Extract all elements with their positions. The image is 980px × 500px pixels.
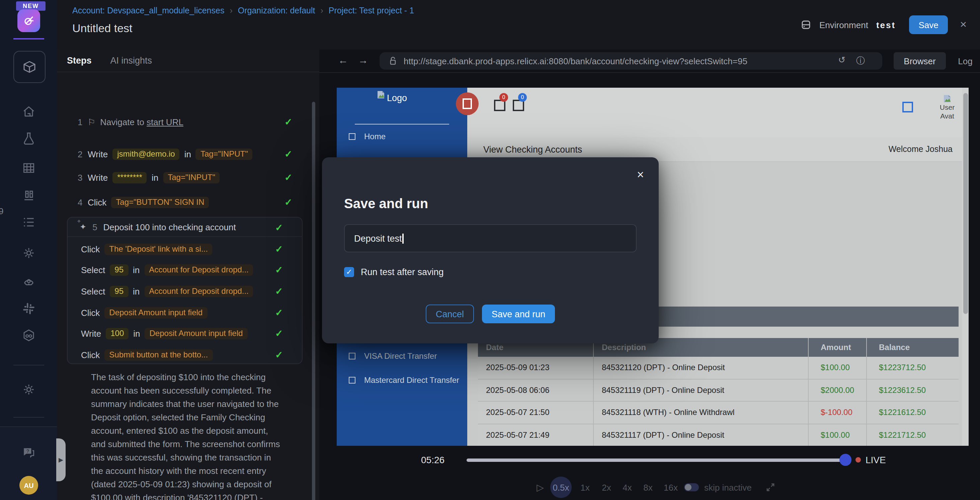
- breadcrumb-account[interactable]: Account: Devspace_all_module_licenses: [72, 6, 224, 15]
- bank-nav-mastercard[interactable]: Mastercard Direct Transfer: [349, 376, 459, 385]
- substep-row[interactable]: Select 95 in Account for Deposit dropd..…: [81, 263, 295, 277]
- substep-row[interactable]: Write 100 in Deposit Amount input field …: [81, 326, 295, 341]
- flask-icon: [21, 131, 36, 146]
- check-icon: ✓: [275, 286, 283, 296]
- breadcrumb-organization[interactable]: Organization: default: [238, 6, 315, 15]
- sidebar-item-slack[interactable]: [19, 299, 38, 318]
- sidebar-divider: [13, 365, 44, 365]
- stop-square-icon: [463, 99, 472, 109]
- bank-nav-home[interactable]: Home: [349, 132, 386, 141]
- url-text[interactable]: http://stage.dbank.prod-apps.relicx.ai:8…: [404, 56, 748, 66]
- speed-1x-button[interactable]: 1x: [577, 478, 593, 497]
- play-button[interactable]: ▷: [533, 478, 547, 497]
- substep-row[interactable]: Click Submit button at the botto... ✓: [81, 347, 295, 362]
- tab-steps[interactable]: Steps: [67, 56, 92, 65]
- top-bar: Account: Devspace_all_module_licenses › …: [57, 0, 980, 50]
- checkbox-outline-icon[interactable]: [902, 102, 913, 113]
- substep-row[interactable]: Select 95 in Account for Deposit dropd..…: [81, 284, 295, 299]
- sidebar-item-tests-active[interactable]: [13, 51, 46, 83]
- step-row-2[interactable]: 2 Write jsmith@demo.io in Tag="INPUT" ✓: [78, 146, 305, 161]
- speed-4x-button[interactable]: 4x: [619, 478, 635, 497]
- save-and-run-button[interactable]: Save and run: [482, 304, 555, 323]
- speed-2x-button[interactable]: 2x: [598, 478, 614, 497]
- bank-logo-alt: Logo: [387, 93, 407, 103]
- skip-inactive-toggle[interactable]: [684, 483, 699, 491]
- page-title: Untitled test: [72, 22, 132, 35]
- forward-icon[interactable]: →: [358, 54, 368, 65]
- infinity-icon: [21, 328, 37, 344]
- clipped-edge-text: 9: [0, 206, 3, 216]
- step-conj: in: [133, 286, 140, 296]
- sidebar-divider: [13, 417, 44, 418]
- tab-log[interactable]: Log: [954, 52, 977, 70]
- bank-logo-broken-image[interactable]: Logo: [377, 93, 407, 103]
- live-label: LIVE: [865, 454, 886, 465]
- timeline-slider[interactable]: [466, 459, 842, 462]
- environment-value[interactable]: test: [876, 20, 896, 30]
- breadcrumb-project[interactable]: Project: Test project - 1: [329, 6, 414, 15]
- bank-top-bar: 0 0 User Avat: [467, 88, 969, 138]
- substep-row[interactable]: Click The 'Deposit' link with a si... ✓: [81, 242, 295, 256]
- save-button[interactable]: Save: [909, 15, 948, 34]
- back-icon[interactable]: ←: [338, 54, 348, 65]
- col-amount: Amount: [809, 338, 867, 357]
- step-action: Click: [81, 350, 100, 360]
- timeline-handle[interactable]: [839, 454, 851, 466]
- sidebar-item-integrations[interactable]: [19, 326, 38, 346]
- value-badge: 95: [110, 285, 128, 297]
- bank-sidebar-divider: [355, 124, 449, 124]
- sidebar-item-home[interactable]: [19, 102, 38, 121]
- speed-8x-button[interactable]: 8x: [640, 478, 656, 497]
- bank-nav-visa[interactable]: VISA Direct Transfer: [349, 351, 437, 361]
- sidebar-item-reports[interactable]: [19, 213, 38, 232]
- viewport-scrollbar[interactable]: [962, 88, 969, 446]
- step-row-3[interactable]: 3 Write ******** in Tag="INPUT" ✓: [78, 170, 305, 185]
- run-after-saving-row[interactable]: ✓ Run test after saving: [344, 267, 444, 277]
- panel-expand-handle[interactable]: ▶: [56, 438, 65, 481]
- sidebar-item-runs[interactable]: [19, 186, 38, 205]
- sidebar-item-experiments[interactable]: [19, 129, 38, 148]
- substep-row[interactable]: Click Deposit Amount input field ✓: [81, 305, 295, 320]
- sidebar-item-config[interactable]: [19, 244, 38, 263]
- info-icon[interactable]: ⓘ: [856, 55, 865, 67]
- app-logo[interactable]: [18, 10, 40, 32]
- checkbox-checked-icon[interactable]: ✓: [344, 267, 354, 277]
- url-bar[interactable]: http://stage.dbank.prod-apps.relicx.ai:8…: [380, 52, 882, 70]
- close-icon[interactable]: ×: [960, 18, 967, 32]
- target-badge: Deposit Amount input field: [145, 328, 248, 339]
- sidebar-item-support[interactable]: [19, 271, 38, 290]
- step-action: Write: [88, 149, 108, 159]
- modal-close-icon[interactable]: ×: [637, 168, 644, 182]
- user-avatar[interactable]: AU: [19, 476, 38, 495]
- bank-welcome-text: Welcome Joshua: [889, 145, 953, 154]
- test-name-input[interactable]: Deposit test: [344, 224, 636, 252]
- refresh-icon[interactable]: ↺: [838, 55, 845, 67]
- speed-0.5x-button[interactable]: 0.5x: [550, 476, 572, 498]
- blue-count-badge: 0: [518, 93, 527, 102]
- table-row: 2025-05-09 01:23 845321120 (DPT) - Onlin…: [478, 357, 959, 379]
- value-badge: 100: [106, 328, 129, 339]
- chevron-right-icon: ›: [321, 6, 323, 15]
- chat-question-icon: ?: [21, 445, 36, 460]
- step-row-1[interactable]: 1 ⚐ Navigate to start URL ✓: [78, 115, 305, 129]
- step-group-header[interactable]: ✦✧ 5 Deposit 100 into checking account: [68, 218, 302, 237]
- sidebar-item-suites[interactable]: [19, 159, 38, 177]
- app-sidebar: NEW: [0, 0, 57, 500]
- step-row-4[interactable]: 4 Click Tag="BUTTON" SIGN IN ✓: [78, 195, 305, 210]
- cancel-button[interactable]: Cancel: [426, 304, 474, 323]
- tab-browser[interactable]: Browser: [894, 52, 946, 70]
- help-chat-button[interactable]: ?: [19, 443, 38, 462]
- record-button[interactable]: [456, 92, 479, 115]
- check-icon: ✓: [275, 307, 283, 318]
- tab-ai-insights[interactable]: AI insights: [110, 56, 152, 65]
- sidebar-item-settings[interactable]: [19, 380, 38, 399]
- start-url-link[interactable]: start URL: [146, 117, 183, 127]
- broken-image-icon: [377, 90, 386, 99]
- user-avatar-broken-image[interactable]: User Avat: [934, 94, 961, 121]
- bullet-square-icon: [349, 133, 355, 140]
- fullscreen-icon[interactable]: [765, 478, 776, 497]
- speed-16x-button[interactable]: 16x: [661, 478, 681, 497]
- step-group-title: Deposit 100 into checking account: [103, 222, 236, 232]
- list-icon: [21, 215, 36, 229]
- steps-scrollbar[interactable]: [312, 102, 315, 500]
